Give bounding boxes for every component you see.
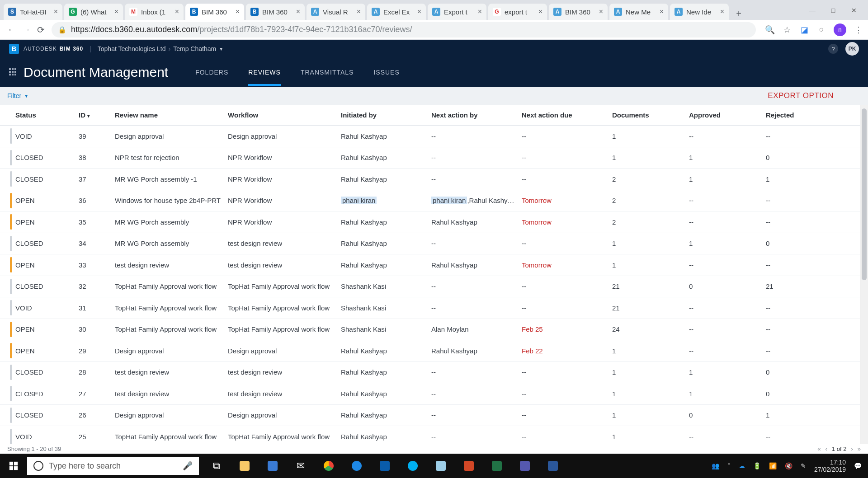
tray-up-icon[interactable]: ˄ bbox=[727, 462, 731, 469]
profile-avatar[interactable]: n bbox=[834, 23, 846, 36]
close-icon[interactable]: × bbox=[296, 8, 300, 16]
col-id[interactable]: ID ▾ bbox=[76, 111, 112, 119]
start-button[interactable] bbox=[0, 454, 27, 478]
nav-tab-reviews[interactable]: REVIEWS bbox=[248, 69, 281, 76]
outlook-icon[interactable] bbox=[371, 454, 399, 478]
browser-tab[interactable]: AExcel Ex× bbox=[367, 4, 426, 20]
bookmark-icon[interactable]: ☆ bbox=[782, 25, 792, 35]
chrome-icon[interactable] bbox=[315, 454, 343, 478]
page-last[interactable]: » bbox=[858, 446, 861, 452]
mail-icon[interactable]: ✉ bbox=[287, 454, 315, 478]
extension-icon[interactable]: ◪ bbox=[799, 25, 809, 35]
browser-tab[interactable]: BBIM 360× bbox=[185, 4, 244, 20]
close-icon[interactable]: × bbox=[660, 8, 664, 16]
battery-icon[interactable]: 🔋 bbox=[753, 462, 761, 469]
store-icon[interactable] bbox=[259, 454, 287, 478]
browser-tab[interactable]: Gexport t× bbox=[488, 4, 547, 20]
filter-button[interactable]: Filter ▼ bbox=[7, 92, 28, 99]
window-maximize[interactable]: □ bbox=[823, 4, 844, 17]
close-icon[interactable]: × bbox=[236, 8, 240, 16]
close-icon[interactable]: × bbox=[417, 8, 421, 16]
col-status[interactable]: Status bbox=[13, 111, 76, 119]
back-button[interactable]: ← bbox=[5, 23, 19, 37]
org-crumb[interactable]: Tophat Technologies Ltd bbox=[98, 45, 166, 52]
nav-tab-issues[interactable]: ISSUES bbox=[373, 69, 399, 76]
extension-icon-2[interactable]: ○ bbox=[816, 25, 826, 35]
table-row[interactable]: VOID 25 TopHat Family Approval work flow… bbox=[0, 426, 860, 444]
col-initiated-by[interactable]: Initiated by bbox=[338, 111, 429, 119]
forward-button[interactable]: → bbox=[19, 23, 33, 37]
browser-tab[interactable]: ANew Me× bbox=[609, 4, 668, 20]
wifi-icon[interactable]: 📶 bbox=[769, 462, 777, 469]
mic-icon[interactable]: 🎤 bbox=[183, 461, 193, 471]
project-crumb[interactable]: Temp Chatham bbox=[173, 45, 216, 52]
file-explorer-icon[interactable] bbox=[231, 454, 259, 478]
nav-tab-transmittals[interactable]: TRANSMITTALS bbox=[301, 69, 354, 76]
browser-tab[interactable]: ANew Ide× bbox=[670, 4, 729, 20]
table-row[interactable]: CLOSED 32 TopHat Family Approval work fl… bbox=[0, 276, 860, 298]
page-next[interactable]: › bbox=[851, 446, 853, 452]
teams-icon[interactable] bbox=[511, 454, 539, 478]
browser-tab[interactable]: SToHat-BI× bbox=[4, 4, 62, 20]
task-view-icon[interactable]: ⧉ bbox=[203, 454, 231, 478]
taskbar-search[interactable]: Type here to search 🎤 bbox=[27, 457, 199, 475]
col-next-action-by[interactable]: Next action by bbox=[429, 111, 519, 119]
skype-icon[interactable] bbox=[399, 454, 427, 478]
table-row[interactable]: OPEN 30 TopHat Family Approval work flow… bbox=[0, 319, 860, 341]
browser-tab[interactable]: AVisual R× bbox=[307, 4, 365, 20]
close-icon[interactable]: × bbox=[538, 8, 542, 16]
col-workflow[interactable]: Workflow bbox=[225, 111, 338, 119]
pen-icon[interactable]: ✎ bbox=[801, 462, 806, 469]
zoom-icon[interactable]: 🔍 bbox=[765, 25, 775, 35]
powerpoint-icon[interactable] bbox=[455, 454, 483, 478]
excel-icon[interactable] bbox=[483, 454, 511, 478]
col-documents[interactable]: Documents bbox=[609, 111, 686, 119]
browser-tab[interactable]: AExport t× bbox=[428, 4, 486, 20]
onedrive-icon[interactable]: ☁ bbox=[739, 462, 745, 469]
close-icon[interactable]: × bbox=[478, 8, 482, 16]
nav-tab-folders[interactable]: FOLDERS bbox=[195, 69, 228, 76]
close-icon[interactable]: × bbox=[175, 8, 179, 16]
col-next-action-due[interactable]: Next action due bbox=[519, 111, 609, 119]
page-first[interactable]: « bbox=[817, 446, 821, 452]
close-icon[interactable]: × bbox=[599, 8, 603, 16]
table-row[interactable]: CLOSED 34 MR WG Porch assembly test desi… bbox=[0, 233, 860, 255]
export-option-button[interactable]: EXPORT OPTION bbox=[768, 91, 834, 100]
edge-icon[interactable] bbox=[343, 454, 371, 478]
window-minimize[interactable]: — bbox=[802, 4, 823, 17]
col-approved[interactable]: Approved bbox=[686, 111, 763, 119]
table-row[interactable]: OPEN 29 Design approval Design approval … bbox=[0, 340, 860, 362]
table-row[interactable]: OPEN 35 MR WG Porch assembly NPR Workflo… bbox=[0, 211, 860, 233]
table-row[interactable]: VOID 31 TopHat Family Approval work flow… bbox=[0, 297, 860, 319]
notifications-icon[interactable]: 💬 bbox=[854, 462, 862, 469]
browser-tab[interactable]: MInbox (1× bbox=[125, 4, 184, 20]
close-icon[interactable]: × bbox=[54, 8, 58, 16]
table-row[interactable]: OPEN 36 Windows for house type 2b4P-PRT … bbox=[0, 190, 860, 212]
word-icon[interactable] bbox=[539, 454, 567, 478]
table-row[interactable]: CLOSED 26 Design approval Design approva… bbox=[0, 405, 860, 427]
notepad-icon[interactable] bbox=[427, 454, 455, 478]
reload-button[interactable]: ⟳ bbox=[33, 23, 48, 37]
table-row[interactable]: CLOSED 27 test design review test design… bbox=[0, 383, 860, 405]
people-icon[interactable]: 👥 bbox=[712, 462, 719, 469]
close-icon[interactable]: × bbox=[357, 8, 361, 16]
close-icon[interactable]: × bbox=[114, 8, 118, 16]
volume-icon[interactable]: 🔇 bbox=[785, 462, 793, 469]
help-icon[interactable]: ? bbox=[828, 44, 838, 54]
module-switcher-icon[interactable] bbox=[9, 68, 17, 76]
browser-tab[interactable]: ABIM 360× bbox=[549, 4, 608, 20]
close-icon[interactable]: × bbox=[720, 8, 724, 16]
browser-tab[interactable]: G(6) What× bbox=[64, 4, 123, 20]
scrollbar[interactable] bbox=[860, 105, 868, 444]
table-row[interactable]: VOID 39 Design approval Design approval … bbox=[0, 126, 860, 147]
browser-tab[interactable]: BBIM 360× bbox=[246, 4, 305, 20]
table-row[interactable]: CLOSED 38 NPR test for rejection NPR Wor… bbox=[0, 147, 860, 169]
project-dropdown-icon[interactable]: ▼ bbox=[219, 47, 223, 52]
col-review-name[interactable]: Review name bbox=[112, 111, 225, 119]
new-tab-button[interactable]: + bbox=[732, 7, 745, 20]
page-prev[interactable]: ‹ bbox=[826, 446, 827, 452]
table-row[interactable]: CLOSED 37 MR WG Porch assembly -1 NPR Wo… bbox=[0, 169, 860, 190]
window-close[interactable]: ✕ bbox=[844, 4, 864, 17]
user-avatar[interactable]: PK bbox=[845, 42, 859, 56]
address-bar[interactable]: 🔒 https://docs.b360.eu.autodesk.com/proj… bbox=[52, 22, 756, 38]
